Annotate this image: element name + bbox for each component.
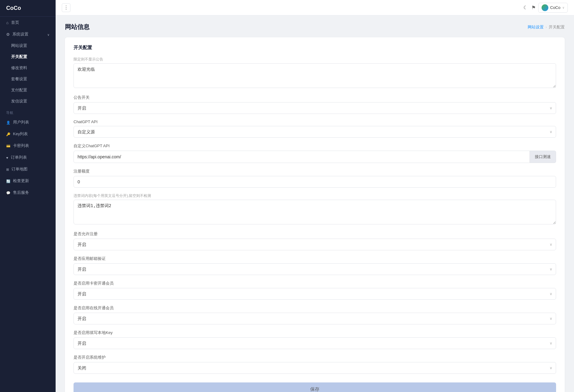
allow-register-wrapper: 开启 关闭 ∨ [74,239,556,250]
main-wrapper: ⋮ CoCo ∨ 网站信息 网站设置 › 开关配置 开关配置 [56,0,574,392]
local-key-select[interactable]: 开启 关闭 [74,337,556,349]
sidebar-item-key-list-label: Key列表 [13,131,28,137]
content-area: 网站信息 网站设置 › 开关配置 开关配置 限定则不显示公告 欢迎光临 公告开关… [56,15,574,392]
local-key-label: 是否启用填写本地Key [74,330,556,336]
announcement-switch-wrapper: 开启 关闭 ∨ [74,102,556,114]
map-icon [6,167,9,172]
sidebar-item-order-list-label: 订单列表 [11,155,27,160]
user-menu[interactable]: CoCo ∨ [538,3,568,13]
card-member-label: 是否启用卡密开通会员 [74,281,556,286]
sidebar-item-check-update[interactable]: 检查更新 [0,175,56,187]
breadcrumb-current: 开关配置 [549,24,565,30]
form-card: 开关配置 限定则不显示公告 欢迎光临 公告开关 开启 关闭 ∨ Cha [65,37,565,392]
sidebar-item-package-settings[interactable]: 套餐设置 [0,73,56,85]
menu-dots-button[interactable]: ⋮ [62,3,70,12]
custom-api-label: 自定义ChatGPT API [74,143,556,149]
sidebar-item-card-list-label: 卡密列表 [13,143,29,148]
email-verify-label: 是否应用邮箱验证 [74,256,556,261]
announcement-label: 限定则不显示公告 [74,57,556,62]
sidebar-item-user-list[interactable]: 用户列表 [0,116,56,128]
test-api-button[interactable]: 接口测速 [530,151,556,163]
dots-icon: ⋮ [64,5,69,10]
card-icon [6,144,11,148]
flag-icon[interactable] [531,5,536,10]
allow-register-group: 是否允许注册 开启 关闭 ∨ [74,231,556,250]
sidebar-item-card-list[interactable]: 卡密列表 [0,140,56,152]
order-icon [6,155,8,160]
register-quota-group: 注册额度 [74,169,556,188]
page-header: 网站信息 网站设置 › 开关配置 [65,23,565,31]
sidebar-item-home[interactable]: 首页 [0,17,56,28]
chevron-down-icon [47,32,49,37]
user-name: CoCo [550,5,560,10]
custom-api-input[interactable] [74,151,530,163]
allow-register-select[interactable]: 开启 关闭 [74,239,556,250]
check-icon [6,179,11,183]
maintenance-select[interactable]: 关闭 开启 [74,362,556,374]
sidebar-item-edit-profile[interactable]: 修改资料 [0,62,56,73]
sidebar-item-order-map[interactable]: 订单地图 [0,163,56,175]
topbar-right: CoCo ∨ [523,3,568,13]
sidebar-item-after-sales[interactable]: 售后服务 [0,187,56,198]
register-quota-input[interactable] [74,176,556,188]
card-member-group: 是否启用卡密开通会员 开启 关闭 ∨ [74,281,556,300]
card-member-wrapper: 开启 关闭 ∨ [74,288,556,300]
topbar-left: ⋮ [62,3,70,12]
settings-icon [6,32,10,37]
custom-api-input-wrapper: 接口测速 [74,151,556,163]
custom-api-group: 自定义ChatGPT API 接口测速 [74,143,556,163]
announcement-group: 限定则不显示公告 欢迎光临 [74,57,556,89]
maintenance-group: 是否开启系统维护 关闭 开启 ∨ [74,355,556,374]
sidebar-logo: CoCo [0,0,56,17]
breadcrumb-parent[interactable]: 网站设置 [528,24,544,30]
sidebar-item-key-list[interactable]: Key列表 [0,128,56,140]
key-icon [6,132,11,136]
chatgpt-api-label: ChatGPT API [74,119,556,124]
register-quota-label: 注册额度 [74,169,556,174]
maintenance-wrapper: 关闭 开启 ∨ [74,362,556,374]
announcement-switch-group: 公告开关 开启 关闭 ∨ [74,95,556,114]
email-verify-group: 是否应用邮箱验证 开启 关闭 ∨ [74,256,556,275]
banned-words-textarea[interactable]: 违禁词1,违禁词2 [74,200,556,224]
announcement-textarea[interactable]: 欢迎光临 [74,63,556,88]
breadcrumb-separator: › [546,25,547,29]
card-member-select[interactable]: 开启 关闭 [74,288,556,300]
sidebar-item-payment-settings[interactable]: 支付配置 [0,85,56,96]
user-chevron-icon: ∨ [562,6,564,9]
local-key-group: 是否启用填写本地Key 开启 关闭 ∨ [74,330,556,349]
maintenance-label: 是否开启系统维护 [74,355,556,360]
announcement-switch-select[interactable]: 开启 关闭 [74,102,556,114]
chatgpt-api-select[interactable]: 自定义源 官方源 [74,126,556,138]
chatgpt-api-wrapper: 自定义源 官方源 ∨ [74,126,556,138]
chatgpt-api-group: ChatGPT API 自定义源 官方源 ∨ [74,119,556,138]
service-icon [6,190,11,195]
users-icon [6,120,11,125]
online-member-wrapper: 开启 关闭 ∨ [74,313,556,324]
email-verify-wrapper: 开启 关闭 ∨ [74,263,556,275]
banned-words-label: 违禁词内容(每个用英文逗号分开),留空则不检测 [74,193,556,198]
sidebar-item-user-list-label: 用户列表 [13,119,29,125]
banned-words-group: 违禁词内容(每个用英文逗号分开),留空则不检测 违禁词1,违禁词2 [74,193,556,226]
online-member-select[interactable]: 开启 关闭 [74,313,556,324]
allow-register-label: 是否允许注册 [74,231,556,237]
sidebar-item-sms-settings[interactable]: 发信设置 [0,96,56,107]
email-verify-select[interactable]: 开启 关闭 [74,263,556,275]
home-icon [6,20,9,25]
avatar [542,4,548,11]
topbar: ⋮ CoCo ∨ [56,0,574,15]
sidebar-item-website-settings[interactable]: 网站设置 [0,40,56,51]
online-member-label: 是否启用在线开通会员 [74,305,556,311]
sidebar-item-switch-config[interactable]: 开关配置 [0,51,56,62]
sidebar-item-order-map-label: 订单地图 [11,166,27,172]
sidebar-system-settings[interactable]: 系统设置 [0,28,56,40]
save-button[interactable]: 保存 [74,382,556,392]
sidebar-system-settings-label: 系统设置 [12,31,28,37]
sidebar-item-check-update-label: 检查更新 [13,178,29,184]
announcement-switch-label: 公告开关 [74,95,556,100]
sidebar-item-order-list[interactable]: 订单列表 [0,152,56,163]
sidebar-item-after-sales-label: 售后服务 [13,190,29,195]
online-member-group: 是否启用在线开通会员 开启 关闭 ∨ [74,305,556,324]
breadcrumb: 网站设置 › 开关配置 [528,24,565,30]
local-key-wrapper: 开启 关闭 ∨ [74,337,556,349]
moon-icon[interactable] [523,5,528,10]
